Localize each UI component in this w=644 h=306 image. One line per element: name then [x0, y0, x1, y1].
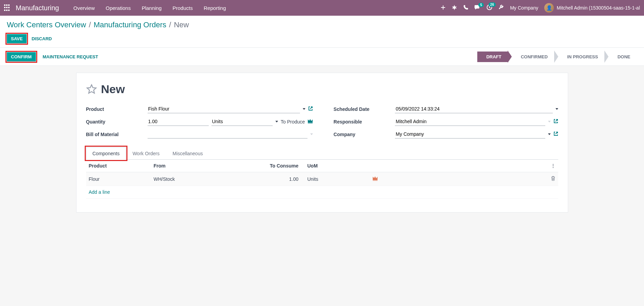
- uom-input[interactable]: [211, 117, 273, 126]
- activity-icon[interactable]: 26: [487, 4, 492, 11]
- label-company: Company: [333, 132, 392, 137]
- scheduled-date-input[interactable]: [395, 105, 552, 113]
- step-in-progress[interactable]: IN PROGRESS: [558, 52, 605, 62]
- form-sheet: New Product Quantity: [76, 73, 568, 213]
- chat-badge: 5: [478, 3, 484, 7]
- bom-input[interactable]: [148, 130, 308, 139]
- cell-to-consume[interactable]: 1.00: [254, 172, 301, 186]
- bug-icon[interactable]: [452, 5, 457, 11]
- breadcrumb: Work Centers Overview / Manufacturing Or…: [7, 20, 637, 29]
- label-product: Product: [86, 106, 144, 112]
- breadcrumb-manufacturing-orders[interactable]: Manufacturing Orders: [94, 20, 166, 29]
- app-brand[interactable]: Manufacturing: [16, 4, 59, 12]
- svg-point-0: [453, 6, 456, 9]
- col-uom: UoM: [301, 160, 370, 172]
- responsible-dropdown-caret[interactable]: [548, 121, 551, 122]
- menu-operations[interactable]: Operations: [101, 2, 135, 14]
- actions-row: SAVE DISCARD: [7, 34, 637, 43]
- cell-from[interactable]: WH/Stock: [151, 172, 254, 186]
- responsible-external-link-icon[interactable]: [553, 119, 558, 125]
- uom-dropdown-caret[interactable]: [275, 121, 278, 122]
- delete-row-icon[interactable]: [551, 177, 556, 182]
- label-bom: Bill of Material: [86, 132, 144, 137]
- page-title: New: [101, 83, 125, 96]
- avatar: 👤: [544, 3, 554, 13]
- maintenance-request-button[interactable]: MAINTENANCE REQUEST: [43, 54, 98, 59]
- responsible-input[interactable]: [395, 117, 545, 126]
- label-quantity: Quantity: [86, 119, 144, 125]
- main-menu: Overview Operations Planning Products Re…: [69, 2, 231, 14]
- label-scheduled: Scheduled Date: [333, 106, 392, 112]
- nav-right: 5 26 My Company 👤 Mitchell Admin (153005…: [441, 3, 640, 13]
- step-draft[interactable]: DRAFT: [477, 52, 508, 62]
- top-nav: Manufacturing Overview Operations Planni…: [0, 0, 644, 16]
- bom-dropdown-caret[interactable]: [310, 133, 313, 135]
- cell-product[interactable]: Flour: [86, 172, 151, 186]
- title-row: New: [86, 83, 558, 96]
- to-produce-label: To Produce: [281, 119, 305, 125]
- add-line-button[interactable]: Add a line: [86, 186, 558, 199]
- menu-products[interactable]: Products: [168, 2, 197, 14]
- row-forecast-chart-icon[interactable]: [372, 176, 378, 182]
- company-dropdown-caret[interactable]: [548, 133, 551, 135]
- table-options-icon[interactable]: ⋮: [551, 163, 556, 169]
- phone-icon[interactable]: [463, 5, 468, 11]
- subheader: Work Centers Overview / Manufacturing Or…: [0, 16, 644, 47]
- menu-reporting[interactable]: Reporting: [199, 2, 231, 14]
- activity-badge: 26: [489, 2, 496, 7]
- breadcrumb-work-centers[interactable]: Work Centers Overview: [7, 20, 86, 29]
- company-selector[interactable]: My Company: [510, 5, 538, 11]
- tab-components[interactable]: Components: [86, 147, 126, 160]
- status-steps: DRAFT CONFIRMED IN PROGRESS DONE: [477, 50, 637, 63]
- user-name: Mitchell Admin (15300504-saas-15-1-al: [557, 5, 640, 11]
- components-table: Product From To Consume UoM ⋮ Flour WH/S…: [86, 160, 558, 199]
- scheduled-dropdown-caret[interactable]: [556, 108, 558, 110]
- company-external-link-icon[interactable]: [553, 131, 558, 137]
- product-input[interactable]: [148, 105, 300, 113]
- star-icon[interactable]: [86, 84, 97, 95]
- user-menu[interactable]: 👤 Mitchell Admin (15300504-saas-15-1-al: [544, 3, 640, 13]
- menu-planning[interactable]: Planning: [137, 2, 166, 14]
- confirm-button[interactable]: CONFIRM: [7, 52, 36, 61]
- col-product: Product: [86, 160, 151, 172]
- forecast-chart-icon[interactable]: [307, 119, 313, 125]
- form-grid: Product Quantity To Produce: [86, 105, 558, 139]
- save-button[interactable]: SAVE: [7, 34, 27, 43]
- step-done[interactable]: DONE: [608, 52, 637, 62]
- product-external-link-icon[interactable]: [308, 106, 313, 112]
- col-to-consume: To Consume: [254, 160, 301, 172]
- status-bar: CONFIRM MAINTENANCE REQUEST DRAFT CONFIR…: [0, 47, 644, 66]
- company-input[interactable]: [395, 130, 545, 139]
- tab-miscellaneous[interactable]: Miscellaneous: [166, 147, 209, 160]
- col-from: From: [151, 160, 254, 172]
- table-row[interactable]: Flour WH/Stock 1.00 Units: [86, 172, 558, 186]
- apps-icon[interactable]: [4, 4, 11, 11]
- label-responsible: Responsible: [333, 119, 392, 125]
- plus-icon[interactable]: [441, 5, 446, 11]
- breadcrumb-current: New: [174, 20, 189, 29]
- chat-icon[interactable]: 5: [475, 5, 480, 11]
- quantity-input[interactable]: [148, 117, 209, 126]
- tabs: Components Work Orders Miscellaneous: [86, 147, 558, 160]
- menu-overview[interactable]: Overview: [69, 2, 100, 14]
- cell-uom[interactable]: Units: [301, 172, 370, 186]
- tools-icon[interactable]: [498, 5, 504, 11]
- product-dropdown-caret[interactable]: [303, 108, 305, 110]
- tab-work-orders[interactable]: Work Orders: [126, 147, 166, 160]
- step-confirmed[interactable]: CONFIRMED: [512, 52, 554, 62]
- discard-button[interactable]: DISCARD: [31, 36, 52, 41]
